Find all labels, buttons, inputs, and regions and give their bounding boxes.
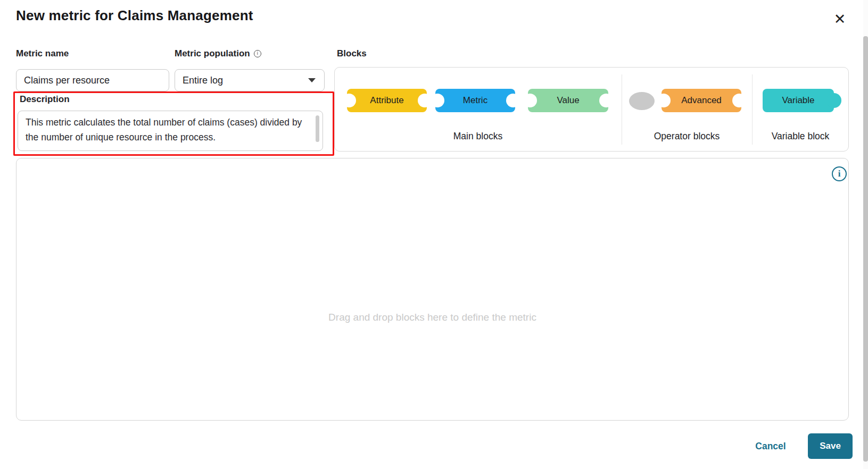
puzzle-bump (826, 93, 841, 108)
operator-ellipse (629, 92, 655, 110)
dropdown-caret-icon (308, 78, 316, 82)
dialog-title: New metric for Claims Management (16, 7, 253, 24)
blocks-label: Blocks (337, 48, 367, 59)
puzzle-notch (523, 94, 537, 107)
block-variable[interactable]: Variable (763, 89, 834, 112)
puzzle-notch (657, 94, 671, 107)
page-scrollbar-thumb[interactable] (863, 36, 868, 462)
block-attribute-label: Attribute (370, 95, 403, 106)
block-variable-label: Variable (782, 95, 814, 106)
metric-name-label: Metric name (16, 48, 69, 59)
description-scrollbar[interactable] (316, 115, 319, 142)
close-icon[interactable]: ✕ (830, 10, 849, 29)
puzzle-notch (431, 94, 444, 107)
block-value-label: Value (557, 95, 579, 106)
puzzle-notch (506, 94, 520, 107)
canvas-info-icon[interactable]: i (832, 166, 847, 181)
save-button[interactable]: Save (808, 433, 853, 459)
metric-canvas[interactable] (16, 158, 849, 421)
operator-blocks-group-label: Operator blocks (622, 131, 752, 142)
metric-name-input[interactable] (16, 69, 169, 91)
cancel-button[interactable]: Cancel (744, 438, 797, 454)
puzzle-notch (342, 94, 356, 107)
puzzle-notch (599, 94, 613, 107)
description-textarea[interactable]: This metric calculates the total number … (18, 111, 323, 151)
variable-block-group-label: Variable block (752, 131, 849, 142)
block-value[interactable]: Value (528, 89, 608, 112)
puzzle-notch (418, 94, 432, 107)
new-metric-dialog: New metric for Claims Management ✕ Metri… (0, 0, 868, 469)
metric-population-select[interactable]: Entire log (175, 69, 325, 91)
block-metric-label: Metric (463, 95, 487, 106)
metric-population-label: Metric population i (175, 48, 261, 59)
metric-population-label-text: Metric population (175, 48, 250, 59)
metric-population-value: Entire log (183, 75, 223, 86)
canvas-placeholder: Drag and drop blocks here to define the … (16, 312, 849, 323)
description-text: This metric calculates the total number … (26, 115, 309, 145)
puzzle-notch (732, 94, 746, 107)
page-scrollbar[interactable] (863, 0, 868, 469)
block-advanced-label: Advanced (681, 95, 722, 106)
description-label: Description (20, 94, 70, 105)
info-icon[interactable]: i (254, 50, 261, 57)
block-metric[interactable]: Metric (435, 89, 515, 112)
block-attribute[interactable]: Attribute (347, 89, 427, 112)
main-blocks-group-label: Main blocks (334, 131, 622, 142)
block-advanced[interactable]: Advanced (662, 89, 741, 112)
